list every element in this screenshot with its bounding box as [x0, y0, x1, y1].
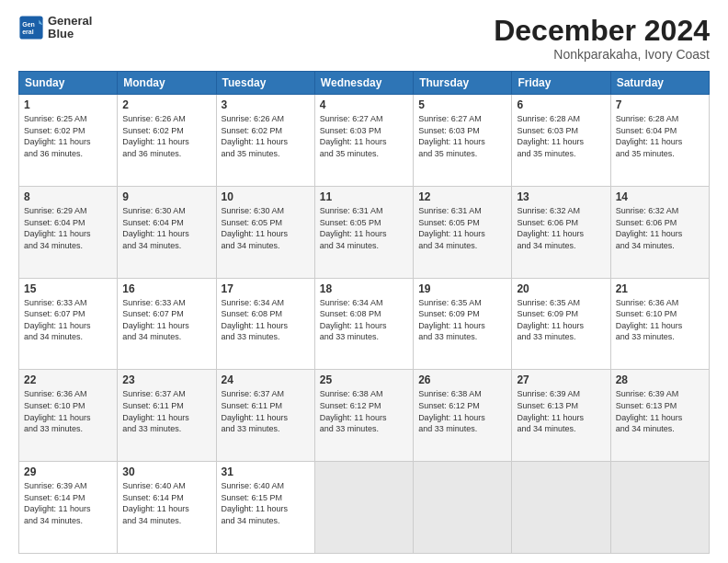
day-info: Sunrise: 6:27 AM Sunset: 6:03 PM Dayligh…: [418, 113, 506, 159]
day-info: Sunrise: 6:27 AM Sunset: 6:03 PM Dayligh…: [320, 113, 408, 159]
calendar-day-cell: [610, 462, 709, 554]
day-info: Sunrise: 6:34 AM Sunset: 6:08 PM Dayligh…: [320, 297, 408, 343]
calendar-day-cell: 23Sunrise: 6:37 AM Sunset: 6:11 PM Dayli…: [118, 370, 216, 462]
calendar-header-cell: Sunday: [19, 72, 118, 95]
day-info: Sunrise: 6:25 AM Sunset: 6:02 PM Dayligh…: [24, 113, 112, 159]
logo: Gen eral General Blue: [18, 15, 92, 41]
day-info: Sunrise: 6:36 AM Sunset: 6:10 PM Dayligh…: [24, 388, 112, 434]
day-number: 1: [24, 98, 112, 111]
calendar-header-cell: Saturday: [610, 72, 709, 95]
day-info: Sunrise: 6:37 AM Sunset: 6:11 PM Dayligh…: [122, 388, 210, 434]
day-info: Sunrise: 6:33 AM Sunset: 6:07 PM Dayligh…: [24, 297, 112, 343]
day-number: 24: [222, 373, 310, 386]
day-number: 26: [418, 373, 506, 386]
day-number: 22: [24, 373, 112, 386]
day-number: 19: [418, 282, 506, 295]
day-info: Sunrise: 6:29 AM Sunset: 6:04 PM Dayligh…: [24, 205, 112, 251]
calendar-header-cell: Tuesday: [216, 72, 314, 95]
day-info: Sunrise: 6:28 AM Sunset: 6:03 PM Dayligh…: [517, 113, 605, 159]
calendar-week-row: 15Sunrise: 6:33 AM Sunset: 6:07 PM Dayli…: [19, 278, 710, 370]
location: Nonkparakaha, Ivory Coast: [494, 47, 710, 62]
day-number: 5: [418, 98, 506, 111]
day-number: 23: [122, 373, 210, 386]
day-info: Sunrise: 6:32 AM Sunset: 6:06 PM Dayligh…: [517, 205, 605, 251]
day-info: Sunrise: 6:35 AM Sunset: 6:09 PM Dayligh…: [517, 297, 605, 343]
calendar-day-cell: 19Sunrise: 6:35 AM Sunset: 6:09 PM Dayli…: [414, 278, 512, 370]
calendar-day-cell: 27Sunrise: 6:39 AM Sunset: 6:13 PM Dayli…: [512, 370, 610, 462]
logo-icon: Gen eral: [18, 15, 44, 40]
day-number: 11: [320, 190, 408, 203]
calendar-day-cell: 8Sunrise: 6:29 AM Sunset: 6:04 PM Daylig…: [19, 186, 118, 278]
calendar-day-cell: 29Sunrise: 6:39 AM Sunset: 6:14 PM Dayli…: [19, 462, 118, 554]
day-info: Sunrise: 6:39 AM Sunset: 6:14 PM Dayligh…: [24, 480, 112, 526]
calendar-day-cell: 20Sunrise: 6:35 AM Sunset: 6:09 PM Dayli…: [512, 278, 610, 370]
calendar-day-cell: 2Sunrise: 6:26 AM Sunset: 6:02 PM Daylig…: [118, 95, 216, 187]
day-number: 9: [122, 190, 210, 203]
day-number: 16: [122, 282, 210, 295]
day-info: Sunrise: 6:40 AM Sunset: 6:14 PM Dayligh…: [122, 480, 210, 526]
day-number: 2: [122, 98, 210, 111]
day-number: 29: [24, 465, 112, 478]
calendar-day-cell: 6Sunrise: 6:28 AM Sunset: 6:03 PM Daylig…: [512, 95, 610, 187]
calendar-table: SundayMondayTuesdayWednesdayThursdayFrid…: [18, 71, 710, 554]
day-info: Sunrise: 6:38 AM Sunset: 6:12 PM Dayligh…: [418, 388, 506, 434]
calendar-header-row: SundayMondayTuesdayWednesdayThursdayFrid…: [19, 72, 710, 95]
day-number: 18: [320, 282, 408, 295]
day-number: 8: [24, 190, 112, 203]
day-number: 28: [616, 373, 704, 386]
month-title: December 2024: [494, 15, 710, 47]
calendar-day-cell: 1Sunrise: 6:25 AM Sunset: 6:02 PM Daylig…: [19, 95, 118, 187]
calendar-day-cell: 18Sunrise: 6:34 AM Sunset: 6:08 PM Dayli…: [314, 278, 413, 370]
day-info: Sunrise: 6:30 AM Sunset: 6:05 PM Dayligh…: [222, 205, 310, 251]
calendar-day-cell: 12Sunrise: 6:31 AM Sunset: 6:05 PM Dayli…: [414, 186, 512, 278]
day-info: Sunrise: 6:39 AM Sunset: 6:13 PM Dayligh…: [517, 388, 605, 434]
day-number: 4: [320, 98, 408, 111]
calendar-day-cell: 31Sunrise: 6:40 AM Sunset: 6:15 PM Dayli…: [216, 462, 314, 554]
day-number: 17: [222, 282, 310, 295]
calendar-day-cell: 21Sunrise: 6:36 AM Sunset: 6:10 PM Dayli…: [610, 278, 709, 370]
calendar-header-cell: Monday: [118, 72, 216, 95]
day-info: Sunrise: 6:38 AM Sunset: 6:12 PM Dayligh…: [320, 388, 408, 434]
day-number: 25: [320, 373, 408, 386]
day-number: 30: [122, 465, 210, 478]
calendar-week-row: 29Sunrise: 6:39 AM Sunset: 6:14 PM Dayli…: [19, 462, 710, 554]
day-info: Sunrise: 6:37 AM Sunset: 6:11 PM Dayligh…: [222, 388, 310, 434]
day-info: Sunrise: 6:26 AM Sunset: 6:02 PM Dayligh…: [122, 113, 210, 159]
page: Gen eral General Blue December 2024 Nonk…: [0, 0, 728, 563]
calendar-body: 1Sunrise: 6:25 AM Sunset: 6:02 PM Daylig…: [19, 95, 710, 554]
calendar-day-cell: 7Sunrise: 6:28 AM Sunset: 6:04 PM Daylig…: [610, 95, 709, 187]
day-info: Sunrise: 6:31 AM Sunset: 6:05 PM Dayligh…: [418, 205, 506, 251]
calendar-day-cell: 13Sunrise: 6:32 AM Sunset: 6:06 PM Dayli…: [512, 186, 610, 278]
day-number: 10: [222, 190, 310, 203]
day-number: 20: [517, 282, 605, 295]
day-info: Sunrise: 6:40 AM Sunset: 6:15 PM Dayligh…: [222, 480, 310, 526]
day-info: Sunrise: 6:26 AM Sunset: 6:02 PM Dayligh…: [222, 113, 310, 159]
calendar-header-cell: Thursday: [414, 72, 512, 95]
day-info: Sunrise: 6:32 AM Sunset: 6:06 PM Dayligh…: [616, 205, 704, 251]
calendar-day-cell: 17Sunrise: 6:34 AM Sunset: 6:08 PM Dayli…: [216, 278, 314, 370]
day-number: 13: [517, 190, 605, 203]
day-number: 27: [517, 373, 605, 386]
calendar-day-cell: 4Sunrise: 6:27 AM Sunset: 6:03 PM Daylig…: [314, 95, 413, 187]
calendar-day-cell: 10Sunrise: 6:30 AM Sunset: 6:05 PM Dayli…: [216, 186, 314, 278]
calendar-day-cell: 5Sunrise: 6:27 AM Sunset: 6:03 PM Daylig…: [414, 95, 512, 187]
calendar-week-row: 22Sunrise: 6:36 AM Sunset: 6:10 PM Dayli…: [19, 370, 710, 462]
day-info: Sunrise: 6:31 AM Sunset: 6:05 PM Dayligh…: [320, 205, 408, 251]
day-number: 15: [24, 282, 112, 295]
day-number: 21: [616, 282, 704, 295]
title-area: December 2024 Nonkparakaha, Ivory Coast: [494, 15, 710, 62]
calendar-day-cell: 14Sunrise: 6:32 AM Sunset: 6:06 PM Dayli…: [610, 186, 709, 278]
calendar-day-cell: [314, 462, 413, 554]
calendar-day-cell: 15Sunrise: 6:33 AM Sunset: 6:07 PM Dayli…: [19, 278, 118, 370]
calendar-day-cell: 16Sunrise: 6:33 AM Sunset: 6:07 PM Dayli…: [118, 278, 216, 370]
day-info: Sunrise: 6:28 AM Sunset: 6:04 PM Dayligh…: [616, 113, 704, 159]
calendar-day-cell: 11Sunrise: 6:31 AM Sunset: 6:05 PM Dayli…: [314, 186, 413, 278]
calendar-header-cell: Friday: [512, 72, 610, 95]
logo-line2: Blue: [48, 28, 92, 40]
svg-text:Gen: Gen: [22, 21, 35, 28]
calendar-week-row: 8Sunrise: 6:29 AM Sunset: 6:04 PM Daylig…: [19, 186, 710, 278]
calendar-day-cell: 22Sunrise: 6:36 AM Sunset: 6:10 PM Dayli…: [19, 370, 118, 462]
calendar-day-cell: 9Sunrise: 6:30 AM Sunset: 6:04 PM Daylig…: [118, 186, 216, 278]
day-number: 12: [418, 190, 506, 203]
calendar-day-cell: 24Sunrise: 6:37 AM Sunset: 6:11 PM Dayli…: [216, 370, 314, 462]
